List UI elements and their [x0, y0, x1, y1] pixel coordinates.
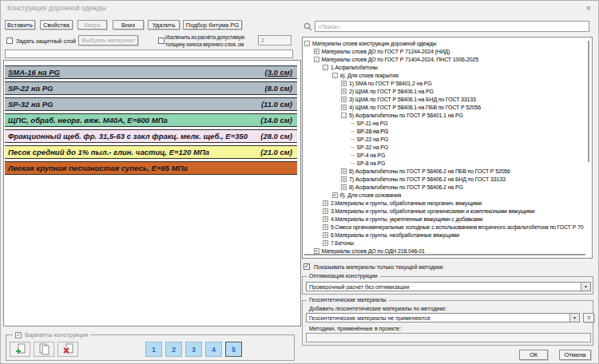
- layer-row-0[interactable]: SMA-16 на PG(3.0 см): [5, 65, 297, 79]
- layer-row-4[interactable]: Фракционный щеб. фр. 31,5-63 с закл фрак…: [5, 129, 297, 143]
- variants-checkbox[interactable]: [15, 332, 22, 338]
- expand-icon[interactable]: +: [323, 216, 328, 222]
- collapse-icon[interactable]: -: [304, 41, 310, 46]
- search-input[interactable]: [315, 21, 589, 32]
- tree-node-16[interactable]: +6) Асфальтобетоны по ГОСТ Р 58406.2 на …: [303, 167, 592, 175]
- tree-node-22[interactable]: +4.Материалы и грунты, укрепленные вяжущ…: [303, 215, 592, 223]
- tree-node-17[interactable]: +7) Асфальтобетоны по ГОСТ Р 58406.2 на …: [303, 175, 592, 183]
- tree-node-13[interactable]: SP-32 на PG: [303, 143, 592, 151]
- tree-node-20[interactable]: +2.Материалы и грунты, обработанные неор…: [303, 199, 592, 207]
- tree-node-4[interactable]: -а). Для слоев покрытия: [303, 71, 592, 79]
- tree-node-8[interactable]: +4) ЩМА по ГОСТ Р 58406.1 на ПБВ по ГОСТ…: [303, 103, 592, 111]
- tree-node-19[interactable]: +б). Для слоев основания: [303, 191, 592, 199]
- copy-variant-button[interactable]: [34, 342, 54, 357]
- expand-icon[interactable]: +: [341, 184, 347, 190]
- expand-icon[interactable]: +: [314, 248, 319, 254]
- variant-button-2[interactable]: 2: [165, 342, 182, 357]
- tree-node-25[interactable]: +7.Бетоны: [303, 239, 592, 247]
- expand-icon[interactable]: +: [341, 168, 347, 174]
- tree-node-15[interactable]: SP-8 на PG: [303, 159, 592, 167]
- tree-node-9[interactable]: -5) Асфальтобетоны по ГОСТ Р 58401.1 на …: [303, 111, 592, 119]
- tree-node-label: Материалы слоев ДО по ОДН 218.046-01: [322, 248, 425, 254]
- toolbar-button-5[interactable]: Подбор битума PG: [183, 20, 242, 30]
- variant-button-4[interactable]: 4: [205, 342, 222, 357]
- tree-node-10[interactable]: SP-11 на PG: [303, 119, 592, 127]
- tree-node-11[interactable]: SP-16 на PG: [303, 127, 592, 135]
- tree-node-23[interactable]: +5.Смеси органоминеральные холодные с ис…: [303, 223, 592, 231]
- tree-node-label: SP-32 на PG: [357, 144, 389, 150]
- cancel-button[interactable]: Отмена: [559, 350, 591, 360]
- expand-icon[interactable]: +: [341, 89, 347, 94]
- tree-leaf-dash: [351, 147, 355, 148]
- tree-node-0[interactable]: -Материалы слоев конструкции дорожной од…: [303, 39, 592, 47]
- tree-node-label: 6) Асфальтобетоны по ГОСТ Р 58406.2 на П…: [349, 168, 510, 174]
- tree-node-7[interactable]: +3) ЩМА по ГОСТ Р 58406.1 на БНД по ГОСТ…: [303, 95, 592, 103]
- layer-row-2[interactable]: SP-32 на PG(11.0 см): [5, 97, 297, 111]
- variant-button-5[interactable]: 5: [225, 342, 242, 357]
- expand-icon[interactable]: +: [323, 232, 328, 238]
- exclude-wear-checkbox[interactable]: [158, 38, 165, 44]
- expand-icon[interactable]: +: [323, 200, 328, 206]
- collapse-icon[interactable]: -: [341, 113, 347, 118]
- delete-variant-button[interactable]: [58, 342, 78, 357]
- expand-icon[interactable]: +: [323, 208, 328, 214]
- layer-row-6[interactable]: Легкая крупная песчанистая супесь, E=65 …: [5, 161, 297, 175]
- collapse-icon[interactable]: -: [323, 65, 328, 70]
- tree-node-24[interactable]: +6.Материалы и грунты, необработанные вя…: [303, 231, 592, 239]
- methods-field[interactable]: [306, 333, 591, 342]
- toolbar-button-2[interactable]: Вверх: [77, 20, 107, 30]
- tree-node-6[interactable]: +2) ЩМА по ГОСТ Р 58406.1 на PG: [303, 87, 592, 95]
- tree-node-5[interactable]: +1) SMA по ГОСТ Р 58401.2 на PG: [303, 79, 592, 87]
- expand-icon[interactable]: +: [323, 240, 328, 246]
- expand-icon[interactable]: +: [332, 192, 338, 198]
- layer-row-3[interactable]: ЩПС, обраб. неорг. вяж. М40А, E=600 МПа(…: [5, 113, 297, 127]
- expand-icon[interactable]: +: [341, 97, 347, 102]
- toolbar-button-0[interactable]: Вставить: [5, 20, 35, 30]
- variant-button-3[interactable]: 3: [185, 342, 202, 357]
- help-button[interactable]: ?: [583, 313, 594, 322]
- filter-checkbox[interactable]: [303, 263, 310, 270]
- collapse-icon[interactable]: -: [332, 73, 338, 78]
- expand-icon[interactable]: +: [323, 224, 328, 230]
- tree-node-label: 5) Асфальтобетоны по ГОСТ Р 58401.1 на P…: [349, 113, 463, 118]
- protective-layer-label: Задать защитный слой: [16, 38, 76, 44]
- tree-node-18[interactable]: +8) Асфальтобетоны по ГОСТ Р 58406.2 на …: [303, 183, 592, 191]
- expand-icon[interactable]: +: [314, 49, 319, 54]
- tree-node-21[interactable]: +3.Материалы и грунты, обработанные орга…: [303, 207, 592, 215]
- geosynthetics-combobox[interactable]: Геосинтетические материалы не применяютс…: [306, 313, 580, 322]
- tree-vertical-scrollbar[interactable]: [588, 41, 589, 162]
- tree-node-12[interactable]: SP-22 на PG: [303, 135, 592, 143]
- layer-thickness: (3.0 см): [265, 68, 292, 77]
- add-variant-button[interactable]: [10, 342, 30, 357]
- choose-material-button[interactable]: Выбрать материал: [78, 35, 138, 46]
- tree-node-14[interactable]: SP-4 на PG: [303, 151, 592, 159]
- tree-node-label: б). Для слоев основания: [340, 192, 402, 198]
- wear-value-field[interactable]: [258, 35, 292, 46]
- expand-icon[interactable]: +: [341, 81, 347, 86]
- tree-node-label: 3) ЩМА по ГОСТ Р 58406.1 на БНД по ГОСТ …: [349, 97, 476, 102]
- tree-horizontal-scrollbar[interactable]: [304, 254, 585, 255]
- ok-button[interactable]: ОК: [519, 350, 548, 360]
- geosynthetics-add-label: Добавить геосинтетические материалы по м…: [309, 306, 446, 311]
- toolbar-button-4[interactable]: Удалить: [148, 20, 180, 30]
- layer-row-1[interactable]: SP-22 на PG(8.0 см): [5, 81, 297, 95]
- toolbar-button-3[interactable]: Вниз: [113, 20, 144, 30]
- collapse-icon[interactable]: -: [314, 57, 319, 62]
- layer-row-5[interactable]: Песок средний до 1% пыл.- глин. частиц, …: [5, 145, 297, 159]
- tree-node-label: SP-8 на PG: [357, 160, 386, 166]
- tree-node-2[interactable]: -Материалы слоев ДО по ГОСТ Р 71404-2024…: [303, 55, 592, 63]
- close-icon[interactable]: ×: [586, 3, 591, 13]
- expand-icon[interactable]: +: [341, 176, 347, 182]
- tree-node-3[interactable]: -1.Асфальтобетоны: [303, 63, 592, 71]
- tree-node-label: 2) ЩМА по ГОСТ Р 58406.1 на PG: [349, 89, 434, 94]
- protective-layer-checkbox[interactable]: [6, 38, 13, 44]
- tree-node-1[interactable]: +Материалы слоев ДО по ГОСТ Р 71244-2024…: [303, 47, 592, 55]
- tree-node-label: 8) Асфальтобетоны по ГОСТ Р 58406.2 на P…: [349, 184, 463, 190]
- geosynthetics-group-label: Геосинтетические материалы: [307, 297, 389, 303]
- layer-name: SMA-16 на PG: [8, 68, 60, 77]
- toolbar-button-1[interactable]: Свойства: [40, 20, 73, 30]
- tree-node-label: 4) ЩМА по ГОСТ Р 58406.1 на ПБВ по ГОСТ …: [349, 105, 481, 110]
- optimization-combobox[interactable]: Проверочный расчет без оптимизации ▼: [306, 282, 591, 291]
- expand-icon[interactable]: +: [341, 105, 347, 110]
- variant-button-1[interactable]: 1: [145, 342, 162, 357]
